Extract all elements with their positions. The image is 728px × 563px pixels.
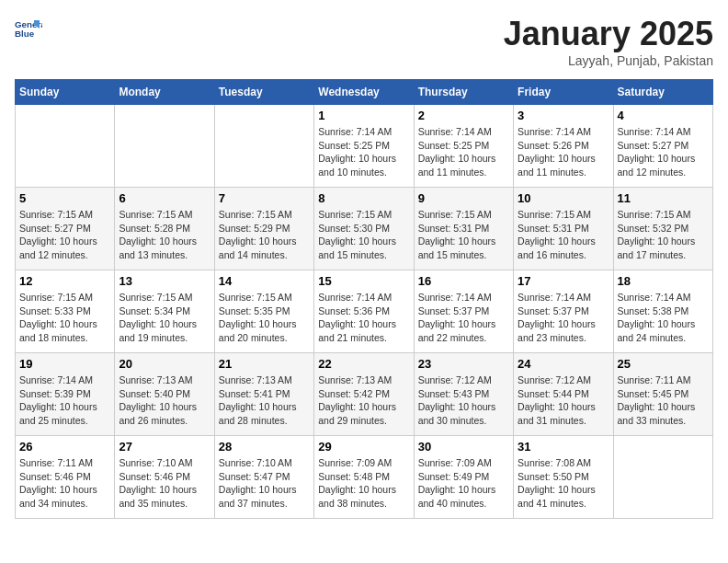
calendar-cell: 17Sunrise: 7:14 AM Sunset: 5:37 PM Dayli… [514, 270, 613, 353]
day-info: Sunrise: 7:15 AM Sunset: 5:30 PM Dayligh… [318, 208, 409, 262]
calendar-cell: 16Sunrise: 7:14 AM Sunset: 5:37 PM Dayli… [414, 270, 513, 353]
calendar-cell: 12Sunrise: 7:15 AM Sunset: 5:33 PM Dayli… [16, 270, 115, 353]
weekday-header: Wednesday [314, 80, 414, 105]
calendar-cell: 8Sunrise: 7:15 AM Sunset: 5:30 PM Daylig… [314, 188, 414, 270]
day-info: Sunrise: 7:14 AM Sunset: 5:27 PM Dayligh… [618, 125, 709, 179]
day-number: 25 [618, 357, 709, 371]
day-info: Sunrise: 7:12 AM Sunset: 5:44 PM Dayligh… [518, 373, 609, 428]
day-number: 26 [19, 440, 110, 454]
day-number: 17 [518, 274, 609, 288]
title-area: January 2025 Layyah, Punjab, Pakistan [504, 15, 713, 68]
calendar-cell [214, 105, 313, 188]
calendar-cell: 27Sunrise: 7:10 AM Sunset: 5:46 PM Dayli… [115, 436, 214, 519]
day-number: 8 [318, 191, 409, 205]
calendar-cell: 18Sunrise: 7:14 AM Sunset: 5:38 PM Dayli… [613, 270, 712, 353]
day-number: 18 [618, 274, 709, 288]
day-number: 21 [219, 357, 310, 371]
day-info: Sunrise: 7:15 AM Sunset: 5:31 PM Dayligh… [418, 208, 509, 262]
logo-icon: General Blue [15, 15, 42, 42]
day-info: Sunrise: 7:13 AM Sunset: 5:42 PM Dayligh… [318, 373, 409, 428]
day-info: Sunrise: 7:14 AM Sunset: 5:25 PM Dayligh… [318, 125, 409, 179]
day-info: Sunrise: 7:08 AM Sunset: 5:50 PM Dayligh… [518, 456, 609, 511]
calendar-week-row: 26Sunrise: 7:11 AM Sunset: 5:46 PM Dayli… [16, 436, 713, 519]
day-info: Sunrise: 7:15 AM Sunset: 5:35 PM Dayligh… [219, 291, 310, 345]
calendar-week-row: 19Sunrise: 7:14 AM Sunset: 5:39 PM Dayli… [16, 353, 713, 436]
day-number: 7 [219, 191, 310, 205]
day-info: Sunrise: 7:13 AM Sunset: 5:40 PM Dayligh… [119, 373, 210, 428]
day-number: 23 [418, 357, 509, 371]
day-info: Sunrise: 7:14 AM Sunset: 5:36 PM Dayligh… [318, 291, 409, 345]
day-info: Sunrise: 7:14 AM Sunset: 5:39 PM Dayligh… [19, 373, 110, 428]
calendar-cell: 24Sunrise: 7:12 AM Sunset: 5:44 PM Dayli… [514, 353, 613, 436]
day-number: 5 [19, 191, 110, 205]
day-info: Sunrise: 7:13 AM Sunset: 5:41 PM Dayligh… [219, 373, 310, 428]
calendar-cell: 25Sunrise: 7:11 AM Sunset: 5:45 PM Dayli… [613, 353, 712, 436]
calendar-cell: 1Sunrise: 7:14 AM Sunset: 5:25 PM Daylig… [314, 105, 414, 188]
calendar-cell [115, 105, 214, 188]
day-info: Sunrise: 7:10 AM Sunset: 5:46 PM Dayligh… [119, 456, 210, 511]
day-info: Sunrise: 7:12 AM Sunset: 5:43 PM Dayligh… [418, 373, 509, 428]
day-info: Sunrise: 7:15 AM Sunset: 5:31 PM Dayligh… [518, 208, 609, 262]
day-number: 29 [318, 440, 409, 454]
day-info: Sunrise: 7:15 AM Sunset: 5:34 PM Dayligh… [119, 291, 210, 345]
day-number: 24 [518, 357, 609, 371]
weekday-header: Thursday [414, 80, 513, 105]
calendar-cell: 29Sunrise: 7:09 AM Sunset: 5:48 PM Dayli… [314, 436, 414, 519]
calendar-cell: 28Sunrise: 7:10 AM Sunset: 5:47 PM Dayli… [214, 436, 313, 519]
day-info: Sunrise: 7:09 AM Sunset: 5:48 PM Dayligh… [318, 456, 409, 511]
calendar-week-row: 5Sunrise: 7:15 AM Sunset: 5:27 PM Daylig… [16, 188, 713, 270]
day-info: Sunrise: 7:14 AM Sunset: 5:37 PM Dayligh… [418, 291, 509, 345]
day-info: Sunrise: 7:09 AM Sunset: 5:49 PM Dayligh… [418, 456, 509, 511]
calendar-cell: 7Sunrise: 7:15 AM Sunset: 5:29 PM Daylig… [214, 188, 313, 270]
weekday-header: Saturday [613, 80, 712, 105]
calendar-cell: 14Sunrise: 7:15 AM Sunset: 5:35 PM Dayli… [214, 270, 313, 353]
day-number: 2 [418, 109, 509, 122]
svg-text:Blue: Blue [15, 29, 35, 39]
weekday-header: Monday [115, 80, 214, 105]
calendar-cell: 31Sunrise: 7:08 AM Sunset: 5:50 PM Dayli… [514, 436, 613, 519]
day-number: 31 [518, 440, 609, 454]
calendar-cell [16, 105, 115, 188]
calendar-cell: 9Sunrise: 7:15 AM Sunset: 5:31 PM Daylig… [414, 188, 513, 270]
day-number: 6 [119, 191, 210, 205]
calendar-cell: 11Sunrise: 7:15 AM Sunset: 5:32 PM Dayli… [613, 188, 712, 270]
day-number: 16 [418, 274, 509, 288]
calendar-cell: 2Sunrise: 7:14 AM Sunset: 5:25 PM Daylig… [414, 105, 513, 188]
calendar-cell: 21Sunrise: 7:13 AM Sunset: 5:41 PM Dayli… [214, 353, 313, 436]
page-header: General Blue January 2025 Layyah, Punjab… [15, 15, 713, 68]
day-number: 20 [119, 357, 210, 371]
day-info: Sunrise: 7:15 AM Sunset: 5:33 PM Dayligh… [19, 291, 110, 345]
day-number: 4 [618, 109, 709, 122]
weekday-header: Friday [514, 80, 613, 105]
calendar-cell: 4Sunrise: 7:14 AM Sunset: 5:27 PM Daylig… [613, 105, 712, 188]
calendar-cell: 20Sunrise: 7:13 AM Sunset: 5:40 PM Dayli… [115, 353, 214, 436]
month-title: January 2025 [504, 15, 713, 53]
day-info: Sunrise: 7:15 AM Sunset: 5:29 PM Dayligh… [219, 208, 310, 262]
location: Layyah, Punjab, Pakistan [504, 53, 713, 68]
day-info: Sunrise: 7:15 AM Sunset: 5:27 PM Dayligh… [19, 208, 110, 262]
calendar-cell: 13Sunrise: 7:15 AM Sunset: 5:34 PM Dayli… [115, 270, 214, 353]
day-number: 9 [418, 191, 509, 205]
calendar-cell: 15Sunrise: 7:14 AM Sunset: 5:36 PM Dayli… [314, 270, 414, 353]
day-info: Sunrise: 7:14 AM Sunset: 5:38 PM Dayligh… [618, 291, 709, 345]
calendar-cell: 10Sunrise: 7:15 AM Sunset: 5:31 PM Dayli… [514, 188, 613, 270]
logo: General Blue [15, 15, 44, 42]
day-info: Sunrise: 7:15 AM Sunset: 5:32 PM Dayligh… [618, 208, 709, 262]
calendar-cell [613, 436, 712, 519]
calendar-cell: 30Sunrise: 7:09 AM Sunset: 5:49 PM Dayli… [414, 436, 513, 519]
calendar-table: SundayMondayTuesdayWednesdayThursdayFrid… [15, 79, 713, 519]
day-number: 12 [19, 274, 110, 288]
calendar-body: 1Sunrise: 7:14 AM Sunset: 5:25 PM Daylig… [16, 105, 713, 519]
weekday-header: Tuesday [214, 80, 313, 105]
day-number: 15 [318, 274, 409, 288]
day-info: Sunrise: 7:14 AM Sunset: 5:37 PM Dayligh… [518, 291, 609, 345]
day-number: 22 [318, 357, 409, 371]
weekday-header: Sunday [16, 80, 115, 105]
day-number: 28 [219, 440, 310, 454]
calendar-week-row: 1Sunrise: 7:14 AM Sunset: 5:25 PM Daylig… [16, 105, 713, 188]
calendar-cell: 5Sunrise: 7:15 AM Sunset: 5:27 PM Daylig… [16, 188, 115, 270]
day-number: 11 [618, 191, 709, 205]
day-info: Sunrise: 7:11 AM Sunset: 5:46 PM Dayligh… [19, 456, 110, 511]
day-info: Sunrise: 7:14 AM Sunset: 5:26 PM Dayligh… [518, 125, 609, 179]
day-number: 10 [518, 191, 609, 205]
